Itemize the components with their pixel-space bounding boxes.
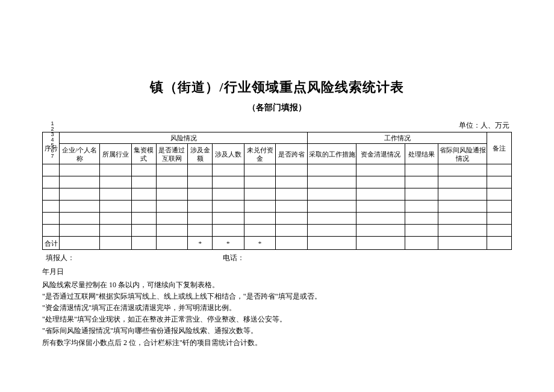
col-measures: 采取的工作措施: [308, 144, 356, 164]
risk-table: 序号 风险情况 工作情况 备注 企业/个人名称 所属行业 集资模式 是否通过互联…: [42, 132, 512, 250]
col-people: 涉及人数: [212, 144, 244, 164]
table-row: [43, 176, 512, 188]
total-star: *: [188, 237, 213, 250]
col-inter-prov: 省际间风险通报情况: [438, 144, 487, 164]
note-line: "是否通过互联网"根据实际填写线上、线上或线上线下相结合，"是否跨省"填写是或否…: [42, 291, 512, 302]
note-line: "省际间风险通报情况"填写向哪些省份通报风险线索、通报次数等。: [42, 325, 512, 337]
col-mode: 集资模式: [132, 144, 157, 164]
table-total-row: 合计 * * *: [43, 237, 512, 250]
date-label: 年月日: [42, 266, 512, 278]
col-name: 企业/个人名称: [60, 144, 100, 164]
note-line: 风险线索尽量控制在 10 条以内，可继续向下复制表格。: [42, 279, 512, 291]
page-subtitle: （各部门填报）: [42, 102, 512, 113]
note-line: "资金清退情况"填写正在清退或清退完毕，并写明清退比例。: [42, 302, 512, 314]
table-row: [43, 164, 512, 176]
table-header-sub-row: 企业/个人名称 所属行业 集资模式 是否通过互联网 涉及金额 涉及人数 未兑付资…: [43, 144, 512, 164]
reporter-label: 填报人：: [46, 254, 75, 262]
vertical-code: 1234567: [49, 120, 55, 158]
unit-label: 单位：人、万元: [42, 120, 512, 131]
total-label: 合计: [43, 237, 60, 250]
phone-label: 电话：: [223, 254, 244, 262]
col-group-work: 工作情况: [308, 132, 487, 144]
col-fund-clear: 资金清退情况: [356, 144, 405, 164]
page-title: 镇（街道）/行业领域重点风险线索统计表: [42, 78, 512, 96]
col-internet: 是否通过互联网: [156, 144, 188, 164]
col-industry: 所属行业: [100, 144, 132, 164]
footer-line: 填报人： 电话：: [42, 252, 512, 264]
table-row: [43, 188, 512, 201]
table-row: [43, 225, 512, 237]
col-amount: 涉及金额: [188, 144, 213, 164]
col-unpaid: 未兑付资金: [244, 144, 276, 164]
col-result: 处理结果: [405, 144, 438, 164]
table-header-group-row: 序号 风险情况 工作情况 备注: [43, 132, 512, 144]
col-cross: 是否跨省: [276, 144, 308, 164]
total-star: *: [212, 237, 244, 250]
col-remark: 备注: [487, 132, 512, 164]
col-group-risk: 风险情况: [60, 132, 308, 144]
note-line: "处理结果"填写企业现状，如正在整改并正常营业、停业整改、移送公安等。: [42, 314, 512, 325]
total-star: *: [244, 237, 276, 250]
table-row: [43, 201, 512, 213]
table-row: [43, 213, 512, 225]
notes-block: 风险线索尽量控制在 10 条以内，可继续向下复制表格。 "是否通过互联网"根据实…: [42, 279, 512, 349]
note-line: 所有数字均保留小数点后 2 位，合计栏标注"钎的项目需统计合计数。: [42, 337, 512, 349]
